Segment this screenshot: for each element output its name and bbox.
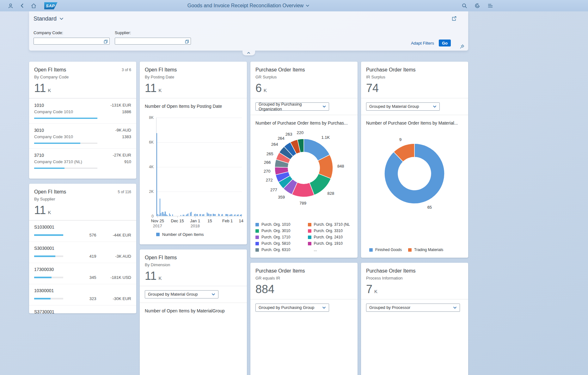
collapse-filter-bar-tab[interactable]: [242, 51, 255, 55]
group-by-select[interactable]: Grouped by Processor: [366, 304, 460, 312]
legend-label: Purch. Org. 3710 (NL: [314, 222, 350, 227]
item-code: 3010: [34, 128, 44, 133]
chevron-up-icon: [247, 52, 250, 54]
pin-icon[interactable]: [460, 44, 464, 49]
select-value: Grouped by Material Group: [148, 292, 198, 297]
item-amount: -131K EUR: [110, 103, 131, 108]
item-code: 17300030: [34, 267, 131, 272]
list-item[interactable]: 3010 -9K AUD Company Code 3010 1383: [29, 123, 136, 148]
chart-legend: Purch. Org. 1010 Purch. Org. 3010 Purch.…: [250, 222, 358, 258]
card-po-gr-surplus: Purchase Order Items GR Surplus 6 K Grou…: [250, 62, 358, 258]
home-icon[interactable]: [31, 3, 36, 9]
card-header[interactable]: Purchase Order Items Process Information…: [361, 263, 468, 299]
supplier-label: Supplier:: [115, 30, 191, 35]
svg-text:264: 264: [271, 142, 278, 147]
list-item[interactable]: S3730001 310 -10K EUR: [29, 305, 136, 313]
legend-swatch: [156, 233, 160, 236]
legend-item: Finished Goods: [369, 248, 402, 252]
grid-column-1: Open FI Items 3 of 6 By Company Code 11 …: [29, 62, 136, 375]
posting-date-plot: 8K6K4K2K0: [156, 118, 242, 216]
chart-title: Number of Purchase Order Items by Materi…: [361, 115, 468, 126]
app-title-menu[interactable]: Goods and Invoice Receipt Reconciliation…: [187, 3, 309, 9]
legend-swatch: [308, 242, 311, 245]
legend-label: Trading Materials: [414, 248, 443, 252]
legend-item: Trading Materials: [408, 248, 443, 252]
card-title: Open FI Items: [145, 255, 242, 261]
chart-title: Number of Open Items by Posting Date: [140, 98, 247, 109]
chart-title: Number of Open Items by MaterialGroup: [140, 303, 247, 313]
legend-swatch: [255, 248, 259, 252]
kpi: 11 K: [145, 83, 242, 98]
back-icon[interactable]: [20, 3, 24, 8]
card-title: Purchase Order Items: [366, 268, 463, 274]
kpi: 11 K: [34, 206, 131, 220]
kpi: 11 K: [145, 271, 242, 286]
chevron-down-icon: [453, 306, 457, 309]
legend-label: Number of Open Items: [162, 232, 204, 237]
company-code-label: Company Code:: [34, 30, 110, 35]
user-icon[interactable]: [8, 3, 13, 9]
svg-text:270: 270: [264, 169, 271, 174]
card-subtitle: By Posting Date: [145, 75, 242, 79]
select-value: Grouped by Purchasing Group: [259, 305, 314, 310]
supplier-input[interactable]: [115, 38, 191, 45]
card-header[interactable]: Open FI Items 3 of 6 By Company Code 11 …: [29, 62, 136, 98]
card-header[interactable]: Purchase Order Items GR equals IR 884: [250, 263, 358, 299]
card-header[interactable]: Purchase Order Items GR Surplus 6 K: [250, 62, 358, 98]
variant-selector[interactable]: Standard: [34, 15, 64, 22]
progress-track: [34, 277, 63, 278]
value-help-icon[interactable]: [104, 40, 108, 44]
card-header[interactable]: Open FI Items By Posting Date 11 K: [140, 62, 247, 98]
kpi-unit: K: [48, 210, 51, 215]
copilot-icon[interactable]: [475, 3, 480, 9]
chart-legend: Number of Open Items: [156, 232, 242, 237]
legend-swatch: [308, 223, 311, 226]
legend-label: Purch. Org. 2410: [314, 235, 343, 239]
legend-item: Purch. Org. 3310: [308, 229, 353, 233]
list-item[interactable]: 3710 -27K EUR Company Code 3710 (NL) 910: [29, 148, 136, 173]
group-by-select[interactable]: Grouped by Purchasing Group: [255, 304, 329, 312]
select-value: Grouped by Material Group: [369, 104, 419, 109]
company-code-input[interactable]: [34, 38, 110, 45]
list-item[interactable]: 17300030 345 -181K USD: [29, 263, 136, 284]
card-open-fi-by-dimension: Open FI Items By Dimension 11 K Grouped …: [140, 249, 247, 375]
group-by-select[interactable]: Grouped by Material Group: [145, 290, 218, 298]
svg-text:848: 848: [337, 164, 344, 169]
legend-label: Purch. Org. 5810: [261, 241, 290, 246]
progress-fill: [34, 168, 64, 169]
progress-track: [34, 298, 63, 299]
value-help-icon[interactable]: [185, 40, 189, 44]
card-header[interactable]: Purchase Order Items IR Surplus 74: [361, 62, 468, 98]
go-button[interactable]: Go: [439, 40, 451, 46]
kpi-unit: K: [158, 88, 162, 93]
svg-text:277: 277: [270, 188, 277, 192]
group-by-select[interactable]: Grouped by Material Group: [366, 102, 440, 111]
group-by-select[interactable]: Grouped by Purchasing Organization: [255, 102, 329, 111]
overflow-menu-icon[interactable]: [487, 3, 493, 8]
card-header[interactable]: Open FI Items 5 of 116 By Supplier 11 K: [29, 184, 136, 220]
select-value: Grouped by Purchasing Organization: [259, 102, 322, 111]
card-counter: 3 of 6: [122, 68, 131, 72]
item-code: 10300001: [34, 288, 131, 293]
search-icon[interactable]: [462, 3, 467, 9]
shell-right-group: [462, 3, 493, 9]
svg-text:359: 359: [278, 195, 285, 200]
progress-track: [34, 234, 63, 236]
list-item[interactable]: S1030001 576 -44K EUR: [29, 220, 136, 242]
progress-fill: [34, 143, 80, 144]
card-title: Purchase Order Items: [366, 67, 463, 73]
list-item[interactable]: 10300001 323 -30K EUR: [29, 284, 136, 305]
progress-track: [34, 168, 97, 169]
list-item[interactable]: 1010 -131K EUR Company Code 1010 1886: [29, 98, 136, 123]
list-item[interactable]: S3030001 419 -3K AUD: [29, 242, 136, 263]
adapt-filters-link[interactable]: Adapt Filters: [411, 41, 434, 46]
card-header[interactable]: Open FI Items By Dimension 11 K: [140, 249, 247, 286]
share-icon[interactable]: [451, 16, 457, 21]
sap-logo[interactable]: SAP: [44, 2, 58, 9]
item-count: 419: [63, 254, 96, 259]
legend-label: Purch. Org. 1010: [261, 222, 290, 227]
filter-bar: Standard Company Code: Supplier:: [29, 11, 468, 51]
card-po-ir-surplus: Purchase Order Items IR Surplus 74 Group…: [361, 62, 468, 258]
card-subtitle: GR equals IR: [255, 276, 352, 280]
item-count: 345: [63, 275, 96, 280]
